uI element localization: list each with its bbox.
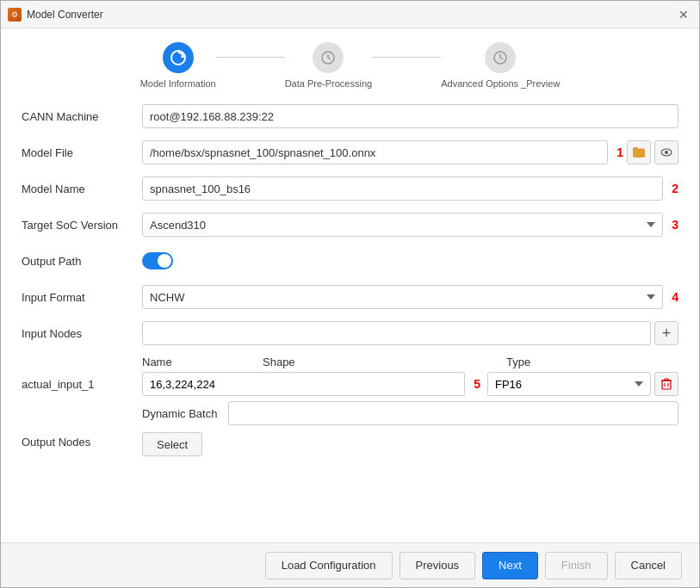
model-name-input[interactable] [142, 176, 663, 201]
step-connector-2 [372, 57, 441, 58]
model-file-num: 1 [616, 145, 623, 159]
model-file-folder-button[interactable] [627, 140, 651, 164]
step-model-information: Model Information [140, 42, 216, 89]
cann-machine-row: CANN Machine [22, 102, 678, 130]
target-soc-select[interactable]: Ascend310 [142, 213, 663, 237]
folder-icon [633, 147, 645, 158]
input-nodes-input[interactable] [142, 321, 651, 345]
dynamic-batch-row: Dynamic Batch [142, 401, 678, 425]
svg-rect-11 [665, 379, 668, 381]
wizard-steps: Model Information Data Pre-Processing [1, 28, 699, 99]
node-type-select[interactable]: FP16 [487, 372, 651, 396]
load-config-button[interactable]: Load Configuration [265, 552, 393, 579]
step-data-preprocessing: Data Pre-Processing [285, 42, 373, 89]
input-nodes-row: Input Nodes + [22, 319, 678, 347]
output-path-label: Output Path [22, 255, 142, 268]
node-row-1: actual_input_1 5 FP16 [22, 372, 678, 396]
cancel-button[interactable]: Cancel [615, 552, 682, 579]
input-format-select[interactable]: NCHW [142, 285, 663, 309]
input-nodes-label: Input Nodes [22, 327, 142, 340]
step-circle-model-information [163, 42, 194, 73]
model-file-row: Model File 1 [22, 139, 678, 166]
model-file-label: Model File [22, 146, 142, 159]
finish-button[interactable]: Finish [545, 552, 608, 579]
output-path-toggle[interactable] [142, 252, 173, 269]
svg-line-6 [500, 58, 503, 59]
main-window: ⚙ Model Converter ✕ Model Information [0, 0, 700, 588]
output-path-row: Output Path [22, 247, 678, 275]
step-advanced-options: Advanced Options _Preview [441, 42, 560, 89]
target-soc-input-group: Ascend310 3 [142, 213, 678, 237]
step-label-data-preprocessing: Data Pre-Processing [285, 78, 373, 89]
app-icon: ⚙ [8, 8, 22, 22]
plus-icon: + [662, 325, 672, 343]
col-name-header: Name [142, 356, 263, 368]
dynamic-batch-label: Dynamic Batch [142, 407, 228, 420]
step-label-advanced-options: Advanced Options _Preview [441, 78, 560, 89]
add-input-node-button[interactable]: + [654, 321, 678, 345]
titlebar: ⚙ Model Converter ✕ [1, 1, 699, 28]
next-button[interactable]: Next [482, 552, 538, 579]
step-label-model-information: Model Information [140, 78, 216, 89]
model-file-input[interactable] [142, 140, 608, 164]
bottom-bar: Load Configuration Previous Next Finish … [1, 542, 699, 587]
titlebar-left: ⚙ Model Converter [8, 8, 103, 22]
step-connector-1 [216, 57, 285, 58]
output-nodes-label: Output Nodes [22, 432, 142, 449]
target-soc-num: 3 [672, 218, 678, 232]
eye-icon [660, 148, 672, 157]
input-format-row: Input Format NCHW 4 [22, 283, 678, 311]
target-soc-row: Target SoC Version Ascend310 3 [22, 211, 678, 238]
output-nodes-select-button[interactable]: Select [142, 432, 202, 456]
input-format-num: 4 [672, 290, 678, 304]
svg-line-3 [328, 58, 331, 59]
node-shape-input[interactable] [142, 372, 465, 396]
window-title: Model Converter [27, 9, 103, 21]
output-nodes-row: Output Nodes Select [22, 432, 678, 456]
clock-icon-1 [320, 50, 336, 65]
clock-icon-2 [492, 50, 508, 65]
node-shape-num: 5 [474, 377, 480, 391]
trash-icon [661, 378, 672, 390]
model-name-label: Model Name [22, 183, 142, 195]
form-content: CANN Machine Model File 1 [1, 99, 699, 542]
svg-point-8 [665, 151, 668, 154]
target-soc-label: Target SoC Version [22, 219, 142, 232]
dynamic-batch-input[interactable] [228, 401, 678, 425]
node-cols-header: Name Shape Type [142, 356, 678, 368]
model-name-num: 2 [672, 182, 678, 195]
cann-machine-label: CANN Machine [22, 110, 142, 123]
node-name-label: actual_input_1 [22, 378, 142, 391]
model-file-preview-button[interactable] [654, 140, 678, 164]
model-name-row: Model Name 2 [22, 175, 678, 202]
col-type-header: Type [506, 356, 678, 368]
input-format-input-group: NCHW 4 [142, 285, 678, 309]
close-button[interactable]: ✕ [675, 6, 692, 23]
model-name-input-group: 2 [142, 176, 678, 201]
refresh-icon [170, 49, 187, 66]
step-circle-advanced-options [485, 42, 516, 73]
svg-rect-9 [662, 381, 671, 389]
input-format-label: Input Format [22, 291, 142, 304]
cann-machine-input[interactable] [142, 104, 678, 128]
col-shape-header: Shape [263, 356, 506, 368]
previous-button[interactable]: Previous [400, 552, 476, 579]
step-circle-data-preprocessing [313, 42, 344, 73]
model-file-input-group: 1 [142, 140, 678, 164]
delete-node-button[interactable] [654, 372, 678, 396]
